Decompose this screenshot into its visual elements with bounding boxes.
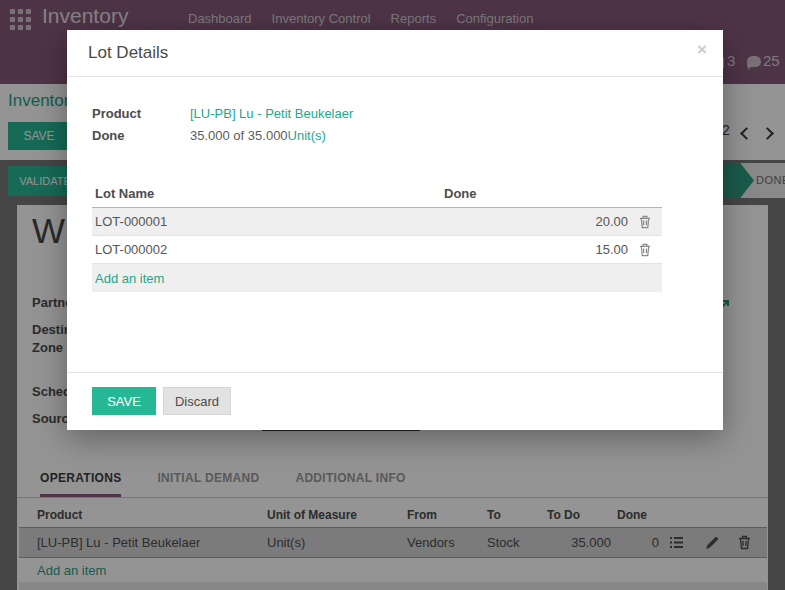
lot-add-row: Add an item [92,264,662,292]
done-unit-link[interactable]: Unit(s) [288,128,326,143]
modal-save-button[interactable]: SAVE [92,387,156,415]
lot-row[interactable]: LOT-000001 20.00 [92,208,662,236]
modal-done-value: 35.000 of 35.000Unit(s) [190,128,326,143]
lot-details-modal: Lot Details × Product [LU-PB] Lu - Petit… [67,30,723,430]
modal-done-label: Done [92,128,125,143]
modal-header: Lot Details × [67,30,723,77]
lot-table: Lot Name Done LOT-000001 20.00 LOT-00000… [92,180,662,292]
modal-discard-button[interactable]: Discard [163,387,231,415]
lot-name-cell[interactable]: LOT-000001 [92,214,538,229]
lot-done-column-header: Done [444,186,477,201]
modal-footer: SAVE Discard [67,372,723,430]
done-quantity: 35.000 of 35.000 [190,128,288,143]
lot-add-an-item-link[interactable]: Add an item [92,271,164,286]
screen: Inventory Dashboard Inventory Control Re… [0,0,785,590]
modal-title: Lot Details [88,43,168,63]
lot-done-cell[interactable]: 20.00 [538,214,628,229]
lot-done-cell[interactable]: 15.00 [538,242,628,257]
close-icon[interactable]: × [697,40,707,60]
modal-product-label: Product [92,106,141,121]
lot-delete-trash-icon[interactable] [628,243,662,257]
lot-delete-trash-icon[interactable] [628,215,662,229]
lot-table-header: Lot Name Done [92,180,662,208]
lot-name-cell[interactable]: LOT-000002 [92,242,538,257]
modal-product-link[interactable]: [LU-PB] Lu - Petit Beukelaer [190,106,353,121]
lot-row[interactable]: LOT-000002 15.00 [92,236,662,264]
lot-name-column-header: Lot Name [95,186,154,201]
